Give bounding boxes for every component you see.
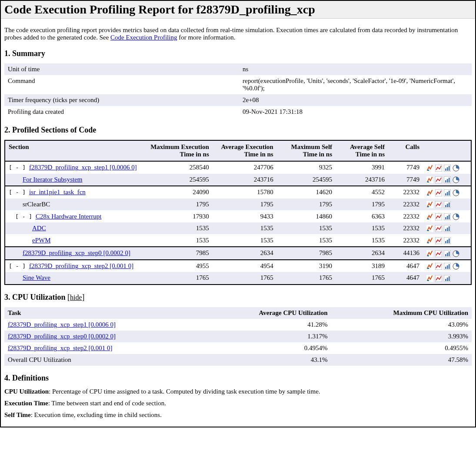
profiled-row: ePWM153515351535153522332 — [5, 234, 471, 247]
collapse-toggle[interactable]: [ - ] — [9, 164, 26, 171]
profiled-max_self: 3190 — [277, 260, 336, 272]
bar-chart-icon[interactable] — [444, 201, 451, 208]
cpu-avg: 43.1% — [201, 354, 331, 366]
section-cell: [ - ] isr_int1pie1_task_fcn — [5, 186, 144, 199]
profiled-max_exec: 1765 — [144, 272, 213, 284]
col-avg-self: Average Self Time in ns — [336, 141, 388, 161]
profiled-calls: 44136 — [388, 247, 423, 260]
bar-chart-icon[interactable] — [444, 237, 451, 244]
matlab-icon[interactable] — [426, 275, 433, 282]
bar-chart-icon[interactable] — [444, 176, 451, 183]
bar-chart-icon[interactable] — [444, 165, 451, 172]
section-link[interactable]: isr_int1pie1_task_fcn — [29, 189, 86, 195]
matlab-icon[interactable] — [426, 237, 433, 244]
section-link[interactable]: ePWM — [32, 237, 51, 244]
definition-item: Self Time: Execution time, excluding tim… — [4, 411, 472, 419]
profiled-row: [ - ] C28x Hardware Interrupt17930943314… — [5, 210, 471, 222]
summary-table: Unit of timensCommandreport(executionPro… — [4, 63, 472, 118]
definition-text: : Time between start and end of code sec… — [48, 400, 166, 407]
line-chart-icon[interactable] — [435, 237, 442, 244]
profiled-avg_self: 1535 — [336, 222, 388, 235]
matlab-icon[interactable] — [426, 263, 433, 270]
pie-chart-icon[interactable] — [453, 189, 459, 196]
bar-chart-icon[interactable] — [444, 213, 451, 220]
line-chart-icon[interactable] — [435, 176, 442, 183]
profiled-max_self: 1765 — [277, 272, 336, 284]
pie-chart-icon[interactable] — [453, 176, 459, 183]
col-avg-exec: Average Execution Time in ns — [213, 141, 277, 161]
section-link[interactable]: Sine Wave — [23, 274, 50, 281]
summary-label: Profiling data created — [4, 106, 239, 118]
col-avg-cpu: Average CPU Utilization — [201, 307, 331, 319]
hide-link[interactable]: hide — [70, 294, 82, 301]
summary-value: 09-Nov-2021 17:31:18 — [239, 106, 472, 118]
bar-chart-icon[interactable] — [444, 263, 451, 270]
matlab-icon[interactable] — [426, 165, 433, 172]
bar-chart-icon[interactable] — [444, 225, 451, 232]
matlab-icon[interactable] — [426, 225, 433, 232]
cpu-avg: 1.317% — [201, 331, 331, 342]
line-chart-icon[interactable] — [435, 189, 442, 196]
cpu-avg: 0.4954% — [201, 342, 331, 354]
action-icons — [423, 210, 471, 222]
action-icons — [423, 199, 471, 211]
summary-row: Timer frequency (ticks per second)2e+08 — [4, 94, 472, 106]
line-chart-icon[interactable] — [435, 250, 442, 257]
line-chart-icon[interactable] — [435, 165, 442, 172]
profiled-calls: 22332 — [388, 199, 423, 211]
cpu-max: 0.4955% — [331, 342, 472, 354]
section-link[interactable]: f28379D_profiling_xcp_step1 [0.0006 0] — [29, 164, 137, 171]
profiled-max_self: 9325 — [277, 162, 336, 174]
line-chart-icon[interactable] — [435, 225, 442, 232]
profiled-row: For Iterator Subsystem254595243716254595… — [5, 174, 471, 186]
line-chart-icon[interactable] — [435, 213, 442, 220]
code-execution-profiling-link[interactable]: Code Execution Profiling — [110, 34, 177, 41]
cpu-task: f28379D_profiling_xcp_step1 [0.0006 0] — [4, 319, 201, 331]
profiled-avg_exec: 2634 — [213, 247, 277, 260]
section-link[interactable]: f28379D_profiling_xcp_step0 [0.0002 0] — [23, 249, 130, 256]
cpu-task-link[interactable]: f28379D_profiling_xcp_step0 [0.0002 0] — [8, 333, 116, 340]
definitions-heading: 4. Definitions — [4, 374, 472, 383]
section-link[interactable]: f28379D_profiling_xcp_step2 [0.001 0] — [29, 262, 133, 269]
bar-chart-icon[interactable] — [444, 275, 451, 282]
collapse-toggle[interactable]: [ - ] — [15, 213, 32, 220]
intro-text-after: for more information. — [177, 34, 235, 41]
line-chart-icon[interactable] — [435, 263, 442, 270]
profiled-max_exec: 1535 — [144, 234, 213, 247]
matlab-icon[interactable] — [426, 176, 433, 183]
profiled-avg_self: 1535 — [336, 234, 388, 247]
line-chart-icon[interactable] — [435, 201, 442, 208]
profiled-calls: 4647 — [388, 272, 423, 284]
pie-chart-icon[interactable] — [453, 250, 459, 257]
profiled-max_exec: 4955 — [144, 260, 213, 272]
matlab-icon[interactable] — [426, 201, 433, 208]
bar-chart-icon[interactable] — [444, 250, 451, 257]
cpu-max: 3.993% — [331, 331, 472, 342]
line-chart-icon[interactable] — [435, 275, 442, 282]
profiled-max_exec: 1535 — [144, 222, 213, 235]
summary-value: report(executionProfile, 'Units', 'secon… — [239, 75, 472, 94]
profiled-max_self: 254595 — [277, 174, 336, 186]
matlab-icon[interactable] — [426, 189, 433, 196]
bar-chart-icon[interactable] — [444, 189, 451, 196]
collapse-toggle[interactable]: [ - ] — [9, 189, 26, 195]
pie-chart-icon[interactable] — [453, 165, 459, 172]
section-cell: ADC — [5, 222, 144, 235]
action-icons — [423, 174, 471, 186]
section-link[interactable]: ADC — [32, 225, 46, 232]
collapse-toggle[interactable]: [ - ] — [9, 263, 26, 269]
profiled-table: Section Maximum Execution Time in ns Ave… — [5, 141, 471, 284]
section-link[interactable]: For Iterator Subsystem — [23, 176, 82, 183]
matlab-icon[interactable] — [426, 250, 433, 257]
pie-chart-icon[interactable] — [453, 263, 459, 270]
cpu-task-link[interactable]: f28379D_profiling_xcp_step1 [0.0006 0] — [8, 321, 116, 328]
pie-chart-icon[interactable] — [453, 213, 459, 220]
section-link[interactable]: C28x Hardware Interrupt — [36, 213, 102, 220]
profiled-avg_exec: 9433 — [213, 210, 277, 222]
col-section: Section — [5, 141, 144, 161]
matlab-icon[interactable] — [426, 213, 433, 220]
cpu-task-link[interactable]: f28379D_profiling_xcp_step2 [0.001 0] — [8, 344, 112, 351]
section-text: srClearBC — [23, 201, 50, 208]
profiled-calls: 7749 — [388, 174, 423, 186]
cpu-max: 47.58% — [331, 354, 472, 366]
